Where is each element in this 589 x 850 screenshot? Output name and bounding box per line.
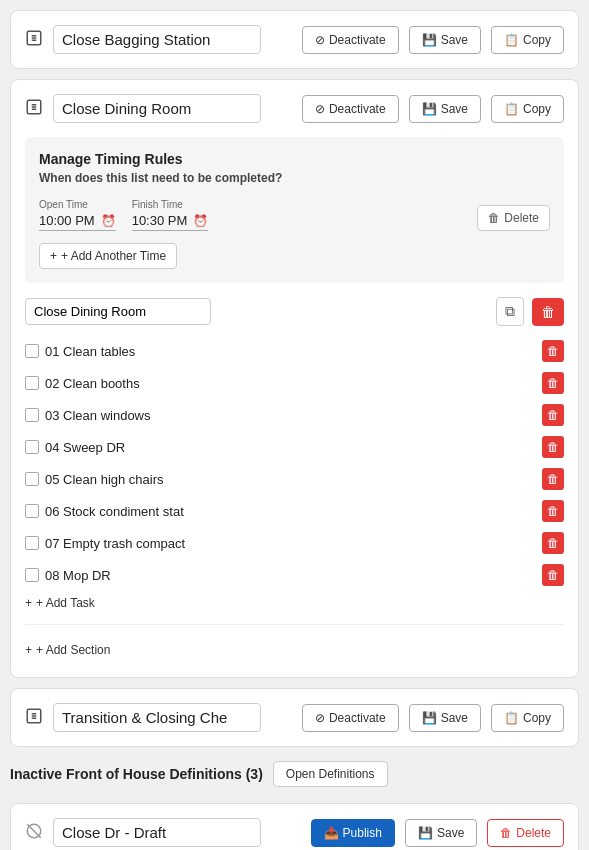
finish-time-input-wrap: 10:30 PM ⏰ (132, 213, 209, 231)
duplicate-icon: ⧉ (505, 303, 515, 319)
finish-time-field: Finish Time 10:30 PM ⏰ (132, 199, 209, 231)
add-section-button[interactable]: + + Add Section (25, 637, 110, 663)
card-title-input-transition[interactable] (53, 703, 261, 732)
plus-icon-section: + (25, 643, 32, 657)
copy-button-transition[interactable]: 📋 Copy (491, 704, 564, 732)
task-list: 01 Clean tables 🗑 02 Clean booths 🗑 03 C… (25, 336, 564, 590)
save-icon-draft: 💾 (418, 826, 433, 840)
delete-time-button[interactable]: 🗑 Delete (477, 205, 550, 231)
table-row: 06 Stock condiment stat 🗑 (25, 496, 564, 526)
task-label-2: 02 Clean booths (45, 376, 536, 391)
add-another-time-button[interactable]: + + Add Another Time (39, 243, 177, 269)
plus-icon-task: + (25, 596, 32, 610)
deactivate-icon-transition: ⊘ (315, 711, 325, 725)
publish-button[interactable]: 📤 Publish (311, 819, 395, 847)
section-delete-button[interactable]: 🗑 (532, 298, 564, 326)
open-definitions-button[interactable]: Open Definitions (273, 761, 388, 787)
open-time-clock-icon: ⏰ (101, 214, 116, 228)
section-name-input[interactable]: Close Dining Room (25, 298, 211, 325)
task-label-4: 04 Sweep DR (45, 440, 536, 455)
task-checkbox-3[interactable] (25, 408, 39, 422)
table-row: 03 Clean windows 🗑 (25, 400, 564, 430)
task-checkbox-4[interactable] (25, 440, 39, 454)
save-button-draft[interactable]: 💾 Save (405, 819, 477, 847)
transition-closing-card: ⊘ Deactivate 💾 Save 📋 Copy (10, 688, 579, 747)
task-delete-button-8[interactable]: 🗑 (542, 564, 564, 586)
task-checkbox-5[interactable] (25, 472, 39, 486)
timing-rules-section: Manage Timing Rules When does this list … (25, 137, 564, 283)
timing-row: Open Time 10:00 PM ⏰ Finish Time 10:30 P… (39, 199, 550, 231)
finish-time-label: Finish Time (132, 199, 209, 210)
task-label-6: 06 Stock condiment stat (45, 504, 536, 519)
card-header: Close Bagging Station ⊘ Deactivate 💾 Sav… (25, 25, 564, 54)
deactivate-icon: ⊘ (315, 33, 325, 47)
task-label-1: 01 Clean tables (45, 344, 536, 359)
task-label-7: 07 Empty trash compact (45, 536, 536, 551)
card-header-transition: ⊘ Deactivate 💾 Save 📋 Copy (25, 703, 564, 732)
task-delete-button-5[interactable]: 🗑 (542, 468, 564, 490)
save-icon-dining: 💾 (422, 102, 437, 116)
card-title-input-dining[interactable]: Close Dining Room (53, 94, 261, 123)
open-time-input-wrap: 10:00 PM ⏰ (39, 213, 116, 231)
copy-icon: 📋 (504, 33, 519, 47)
task-label-8: 08 Mop DR (45, 568, 536, 583)
copy-button-dining[interactable]: 📋 Copy (491, 95, 564, 123)
delete-button-draft[interactable]: 🗑 Delete (487, 819, 564, 847)
deactivate-icon-dining: ⊘ (315, 102, 325, 116)
task-delete-button-1[interactable]: 🗑 (542, 340, 564, 362)
deactivate-button[interactable]: ⊘ Deactivate (302, 26, 399, 54)
save-button[interactable]: 💾 Save (409, 26, 481, 54)
task-label-5: 05 Clean high chairs (45, 472, 536, 487)
task-delete-button-3[interactable]: 🗑 (542, 404, 564, 426)
task-checkbox-8[interactable] (25, 568, 39, 582)
save-icon-transition: 💾 (422, 711, 437, 725)
deactivate-button-dining[interactable]: ⊘ Deactivate (302, 95, 399, 123)
trash-icon-section: 🗑 (541, 304, 555, 320)
list-icon (25, 29, 43, 51)
card-header-dining: Close Dining Room ⊘ Deactivate 💾 Save 📋 … (25, 94, 564, 123)
copy-icon-dining: 📋 (504, 102, 519, 116)
close-dining-room-card: Close Dining Room ⊘ Deactivate 💾 Save 📋 … (10, 79, 579, 678)
draft-card: Close Dr - Draft 📤 Publish 💾 Save 🗑 Dele… (10, 803, 579, 850)
task-checkbox-2[interactable] (25, 376, 39, 390)
close-bagging-station-card: Close Bagging Station ⊘ Deactivate 💾 Sav… (10, 10, 579, 69)
table-row: 07 Empty trash compact 🗑 (25, 528, 564, 558)
task-checkbox-6[interactable] (25, 504, 39, 518)
open-time-field: Open Time 10:00 PM ⏰ (39, 199, 116, 231)
table-row: 04 Sweep DR 🗑 (25, 432, 564, 462)
timing-rules-title: Manage Timing Rules (39, 151, 550, 167)
copy-button[interactable]: 📋 Copy (491, 26, 564, 54)
table-row: 01 Clean tables 🗑 (25, 336, 564, 366)
plus-icon-time: + (50, 249, 57, 263)
task-checkbox-7[interactable] (25, 536, 39, 550)
open-time-value[interactable]: 10:00 PM (39, 213, 95, 228)
publish-icon: 📤 (324, 826, 339, 840)
copy-icon-transition: 📋 (504, 711, 519, 725)
finish-time-clock-icon: ⏰ (193, 214, 208, 228)
timing-rules-subtitle: When does this list need to be completed… (39, 171, 550, 185)
task-delete-button-7[interactable]: 🗑 (542, 532, 564, 554)
task-delete-button-4[interactable]: 🗑 (542, 436, 564, 458)
table-row: 08 Mop DR 🗑 (25, 560, 564, 590)
section-area: Close Dining Room ⧉ 🗑 01 Clean tables 🗑 (25, 297, 564, 616)
task-delete-button-2[interactable]: 🗑 (542, 372, 564, 394)
inactive-title: Inactive Front of House Definitions (3) (10, 766, 263, 782)
trash-icon-small: 🗑 (488, 211, 500, 225)
task-label-3: 03 Clean windows (45, 408, 536, 423)
table-row: 02 Clean booths 🗑 (25, 368, 564, 398)
save-button-transition[interactable]: 💾 Save (409, 704, 481, 732)
task-checkbox-1[interactable] (25, 344, 39, 358)
section-copy-button[interactable]: ⧉ (496, 297, 524, 326)
draft-deactivated-icon (25, 822, 43, 844)
finish-time-value[interactable]: 10:30 PM (132, 213, 188, 228)
task-delete-button-6[interactable]: 🗑 (542, 500, 564, 522)
table-row: 05 Clean high chairs 🗑 (25, 464, 564, 494)
save-icon: 💾 (422, 33, 437, 47)
draft-title-input[interactable]: Close Dr - Draft (53, 818, 261, 847)
card-title-input[interactable]: Close Bagging Station (53, 25, 261, 54)
section-header-row: Close Dining Room ⧉ 🗑 (25, 297, 564, 326)
deactivate-button-transition[interactable]: ⊘ Deactivate (302, 704, 399, 732)
save-button-dining[interactable]: 💾 Save (409, 95, 481, 123)
add-task-button[interactable]: + + Add Task (25, 590, 95, 616)
list-icon-transition (25, 707, 43, 729)
